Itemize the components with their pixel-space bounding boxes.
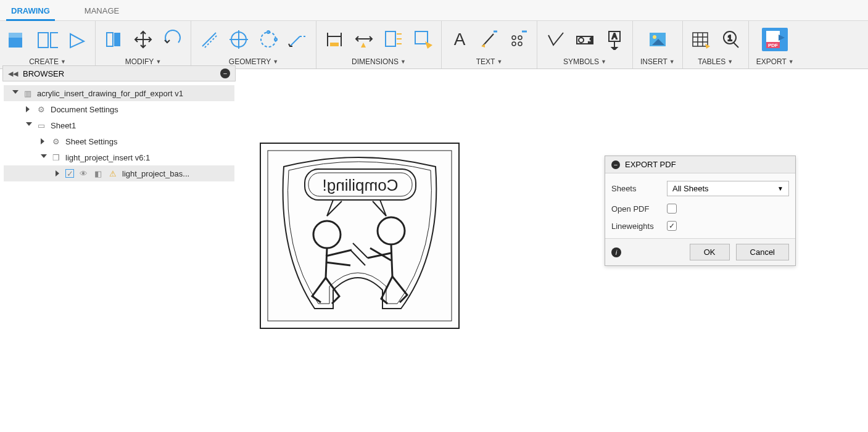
open-pdf-label: Open PDF [611,204,667,214]
group-insert: INSERT▼ [633,21,683,69]
browser-panel: ◀◀ BROWSER − ▥ acrylic_insert_drawing_fo… [2,65,236,185]
svg-text:.1: .1 [588,37,593,44]
browser-tree: ▥ acrylic_insert_drawing_for_pdf_export … [2,81,236,185]
tree-sheet[interactable]: ▭ Sheet1 [4,117,234,133]
section-view-icon[interactable] [67,29,88,50]
export-pdf-header: − EXPORT PDF [605,156,795,173]
group-export-label[interactable]: EXPORT▼ [756,56,794,67]
svg-rect-63 [260,143,459,328]
svg-line-73 [391,244,392,276]
ok-button[interactable]: OK [690,244,730,260]
tree-body[interactable]: ✓ 👁 ◧ ⚠ light_project_bas... [4,165,234,181]
svg-line-58 [734,43,738,48]
svg-rect-5 [107,33,113,46]
tree-root[interactable]: ▥ acrylic_insert_drawing_for_pdf_export … [4,85,234,101]
checkbox-icon[interactable]: ✓ [65,169,74,178]
sheets-label: Sheets [611,184,667,193]
group-dimensions: DIMENSIONS▼ [316,21,442,69]
tree-component[interactable]: ❒ light_project_insert v6:1 [4,149,234,165]
group-modify: MODIFY▼ [96,21,191,69]
svg-line-9 [202,33,216,46]
drawing-canvas[interactable]: Compiling! [259,142,463,336]
projected-view-icon[interactable] [37,29,58,50]
group-insert-label[interactable]: INSERT▼ [640,56,675,67]
row-open-pdf: Open PDF [611,200,789,217]
rotate-icon[interactable] [162,29,183,50]
cancel-button[interactable]: Cancel [736,244,789,260]
browser-collapse-icon[interactable]: ◀◀ [8,70,18,78]
svg-text:A: A [612,32,617,41]
center-pattern-icon[interactable] [258,29,279,50]
svg-marker-34 [481,44,485,48]
image-icon[interactable] [647,29,668,50]
sheets-select[interactable]: All Sheets ▼ [667,181,789,196]
group-dimensions-label[interactable]: DIMENSIONS▼ [352,56,406,67]
drawing-view: Compiling! [259,142,463,333]
tab-manage[interactable]: MANAGE [80,2,124,20]
edge-extension-icon[interactable] [287,29,308,50]
browser-minimize-icon[interactable]: − [220,69,230,78]
flip-icon[interactable] [103,29,124,50]
group-export: PDF EXPORT▼ [749,21,801,69]
svg-rect-1 [9,33,22,38]
svg-rect-25 [386,31,395,46]
svg-marker-62 [779,35,785,41]
open-pdf-checkbox[interactable] [667,204,677,214]
base-view-icon[interactable] [7,29,28,50]
table-icon[interactable] [690,29,711,50]
svg-line-17 [290,36,300,46]
group-text-label[interactable]: TEXT▼ [476,56,503,67]
tab-drawing[interactable]: DRAWING [6,2,55,20]
svg-rect-2 [38,33,48,48]
linear-dimension-icon[interactable] [324,29,345,50]
balloon-icon[interactable]: 1 [720,29,741,50]
baseline-dimension-icon[interactable] [383,29,404,50]
center-mark-icon[interactable] [228,29,249,50]
table-text-icon[interactable] [508,29,529,50]
export-pdf-icon[interactable]: PDF [762,28,788,51]
ordinate-dimension-icon[interactable] [353,29,374,50]
document-icon: ▥ [22,88,33,99]
svg-rect-3 [51,33,58,48]
move-icon[interactable] [133,29,154,50]
surface-texture-icon[interactable] [545,29,566,50]
component-icon: ❒ [51,152,62,163]
speech-bubble-text: Compiling! [323,176,399,194]
datum-identifier-icon[interactable]: A [604,29,625,50]
row-lineweights: Lineweights [611,217,789,235]
svg-rect-22 [330,43,339,46]
info-icon[interactable]: i [611,247,621,257]
lineweights-checkbox[interactable] [667,221,677,231]
leader-icon[interactable] [479,29,500,50]
panel-collapse-icon[interactable]: − [611,160,620,169]
centerline-icon[interactable] [199,29,220,50]
svg-point-48 [653,35,656,39]
svg-marker-46 [612,48,617,50]
svg-marker-30 [425,41,432,49]
tree-sheet-settings-label: Sheet Settings [65,137,118,146]
browser-title: BROWSER [23,69,64,78]
tree-sheet-settings[interactable]: ⚙ Sheet Settings [4,133,234,149]
group-geometry: GEOMETRY▼ [191,21,316,69]
svg-text:1: 1 [727,33,732,43]
group-geometry-label[interactable]: GEOMETRY▼ [229,56,278,67]
text-icon[interactable]: A [449,29,470,50]
svg-point-41 [579,38,584,43]
ribbon: CREATE▼ MODIFY▼ [0,21,868,69]
body-icon: ◧ [93,168,104,179]
svg-point-37 [518,36,522,39]
tree-doc-settings-label: Document Settings [51,105,118,114]
tree-doc-settings[interactable]: ⚙ Document Settings [4,101,234,117]
group-symbols-label[interactable]: SYMBOLS▼ [563,56,606,67]
group-tables-label[interactable]: TABLES▼ [698,56,733,67]
group-text: A TEXT▼ [442,21,537,69]
svg-rect-6 [114,33,120,46]
auto-dimension-icon[interactable] [413,29,434,50]
sheets-select-value: All Sheets [672,184,709,193]
browser-header: ◀◀ BROWSER − [2,65,236,81]
svg-point-38 [512,42,516,46]
feature-control-icon[interactable]: .1 [574,29,595,50]
visibility-icon[interactable]: 👁 [78,168,89,179]
svg-text:PDF: PDF [768,43,778,48]
gear-icon: ⚙ [51,136,62,147]
